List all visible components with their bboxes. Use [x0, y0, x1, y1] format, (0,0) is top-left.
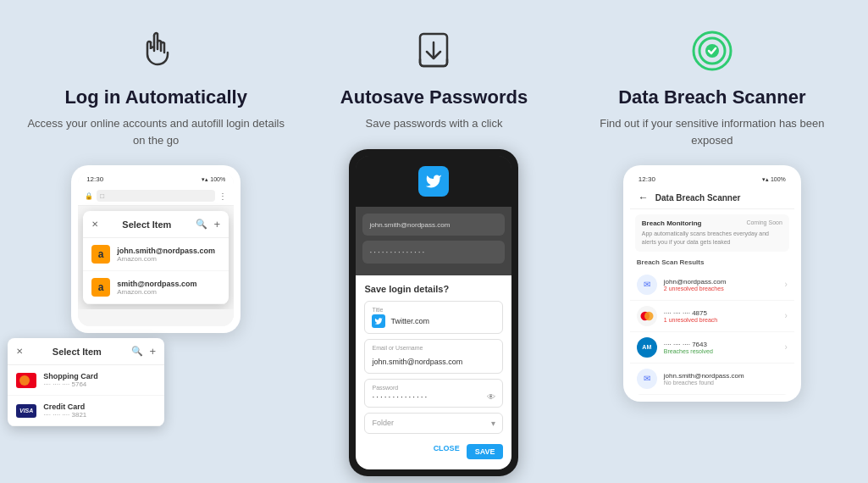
card-name-0: Shopping Card [43, 372, 98, 380]
breach-mon-title: Breach Monitoring [642, 219, 702, 227]
breach-item-0[interactable]: ✉ john@nordpass.com 2 unresolved breache… [630, 269, 794, 301]
login-icon [130, 25, 181, 76]
card-row-0[interactable]: Shopping Card ···· ···· ···· 5764 [8, 365, 164, 396]
feature-login: Log in Automatically Access your online … [25, 25, 287, 426]
add-icon[interactable]: + [214, 218, 221, 230]
email-login-field: john.smith@nordpass.com [362, 214, 505, 236]
save-password-field[interactable]: Password ·············· 👁 [364, 379, 503, 408]
password-value: ·············· [369, 247, 426, 257]
phone-screen-breach: 12:30 ▾▴ 100% ← Data Breach Scanner [630, 172, 794, 395]
breach-time: 12:30 [639, 175, 655, 183]
save-folder-label: Folder [372, 419, 394, 427]
breach-title: Data Breach Scanner [618, 86, 805, 108]
save-dialog-title: Save login details? [364, 284, 503, 294]
amex-icon-2: AM [637, 337, 657, 358]
mc-icon-1 [637, 306, 657, 326]
svg-point-5 [644, 311, 654, 320]
save-email-field[interactable]: Email or Username john.smith@nordpass.co… [364, 339, 503, 374]
close-button[interactable]: CLOSE [434, 444, 460, 459]
breach-status-icons: ▾▴ 100% [762, 175, 786, 183]
battery-icon: 100% [210, 176, 225, 182]
dropdown-icon[interactable]: ▾ [491, 419, 495, 428]
breach-monitoring-card: Breach Monitoring Coming Soon App automa… [635, 214, 789, 252]
select-item-header: ✕ Select Item 🔍 + [83, 211, 229, 238]
save-email-value: john.smith@nordpass.com [372, 358, 462, 366]
card-panel-title: Select Item [53, 347, 102, 357]
chevron-icon-1: › [784, 311, 787, 320]
screen-spacer [78, 309, 234, 326]
card-panel-actions: 🔍 + [131, 345, 157, 358]
url-text: □ [100, 192, 104, 200]
search-icon-2[interactable]: 🔍 [131, 346, 143, 357]
breach-mon-desc: App automatically scans breaches everyda… [642, 230, 782, 247]
close-x-icon[interactable]: ✕ [91, 219, 98, 229]
breach-item-info-0: john@nordpass.com 2 unresolved breaches [664, 278, 778, 291]
coming-soon-badge: Coming Soon [746, 219, 782, 227]
breach-desc: Find out if your sensitive information h… [581, 115, 843, 148]
save-password-label: Password [372, 385, 495, 391]
browser-bar: 🔒 □ ⋮ [78, 186, 234, 206]
lock-icon: 🔒 [85, 192, 93, 200]
save-title-field[interactable]: Title Twitter.com [364, 301, 503, 334]
status-bar: 12:30 ▾▴ 100% [78, 172, 234, 186]
autosave-title: Autosave Passwords [340, 86, 528, 108]
eye-icon[interactable]: 👁 [487, 392, 495, 402]
breach-item-1[interactable]: ···· ···· ···· 4875 1 unresolved breach … [630, 301, 794, 332]
phone-mockup-breach: 12:30 ▾▴ 100% ← Data Breach Scanner [623, 165, 801, 402]
amazon-icon-0: a [91, 245, 110, 264]
credential-row-1[interactable]: a smith@nordpass.com Amazon.com [83, 271, 229, 304]
breach-screen-title: Data Breach Scanner [655, 193, 741, 203]
cred-site-1: Amazon.com [117, 288, 196, 296]
breach-account-1: ···· ···· ···· 4875 [664, 309, 778, 317]
back-arrow-icon[interactable]: ← [639, 192, 649, 203]
twitter-app-header [356, 156, 511, 207]
amazon-icon-1: a [91, 278, 110, 297]
cred-info-1: smith@nordpass.com Amazon.com [117, 280, 196, 296]
phone-screen-login: 12:30 ▾▴ 100% 🔒 □ ⋮ [78, 172, 234, 326]
breach-item-info-3: john.smith@nordpass.com No breaches foun… [664, 372, 788, 386]
email-value: john.smith@nordpass.com [369, 221, 450, 229]
add-icon-2[interactable]: + [150, 345, 157, 358]
cred-email-1: smith@nordpass.com [117, 280, 196, 288]
autosave-icon [408, 25, 459, 76]
menu-icon[interactable]: ⋮ [218, 192, 227, 201]
breach-phone-area: 12:30 ▾▴ 100% ← Data Breach Scanner [581, 165, 843, 402]
mastercard-icon [16, 373, 36, 388]
cred-info-0: john.smith@nordpass.com Amazon.com [117, 247, 215, 263]
feature-breach: Data Breach Scanner Find out if your sen… [581, 25, 843, 402]
login-desc: Access your online accounts and autofill… [25, 115, 287, 148]
cred-email-0: john.smith@nordpass.com [117, 247, 215, 255]
select-item-panel-top: ✕ Select Item 🔍 + a john.smith@nordpass.… [83, 211, 229, 304]
chevron-icon-2: › [784, 342, 787, 352]
card-info-1: Credit Card ···· ···· ···· 3821 [43, 402, 86, 419]
select-item-title: Select Item [122, 219, 171, 230]
phone-mockup-autosave: john.smith@nordpass.com ·············· S… [349, 149, 518, 476]
credential-row-0[interactable]: a john.smith@nordpass.com Amazon.com [83, 238, 229, 271]
card-row-1[interactable]: VISA Credit Card ···· ···· ···· 3821 [8, 396, 164, 426]
card-name-1: Credit Card [43, 402, 86, 411]
breach-status-1: 1 unresolved breach [664, 317, 778, 323]
login-phone-area: 12:30 ▾▴ 100% 🔒 □ ⋮ [25, 165, 287, 426]
password-login-field: ·············· [362, 241, 505, 264]
breach-item-3[interactable]: ✉ john.smith@nordpass.com No breaches fo… [630, 364, 794, 395]
close-x-icon-2[interactable]: ✕ [16, 347, 23, 356]
phone-screen-autosave: john.smith@nordpass.com ·············· S… [356, 156, 511, 469]
card-number-1: ···· ···· ···· 3821 [43, 411, 86, 419]
breach-account-2: ···· ···· ···· 7643 [664, 341, 778, 348]
login-title: Log in Automatically [64, 86, 247, 108]
breach-status-3: No breaches found [664, 380, 788, 386]
select-item-actions: 🔍 + [196, 218, 221, 230]
browser-url[interactable]: □ [97, 190, 215, 202]
autosave-desc: Save passwords with a click [366, 115, 503, 132]
login-fields: john.smith@nordpass.com ·············· [356, 207, 511, 275]
breach-account-0: john@nordpass.com [664, 278, 778, 286]
save-password-value: ·············· [372, 392, 428, 402]
save-button[interactable]: SAVE [467, 444, 504, 459]
breach-item-2[interactable]: AM ···· ···· ···· 7643 Breaches resolved… [630, 332, 794, 364]
mail-icon-3: ✉ [637, 369, 657, 389]
breach-status-bar: 12:30 ▾▴ 100% [630, 172, 794, 186]
search-icon[interactable]: 🔍 [196, 219, 207, 230]
save-folder-field[interactable]: Folder ▾ [364, 413, 503, 434]
autosave-phone-area: john.smith@nordpass.com ·············· S… [302, 149, 565, 476]
cred-site-0: Amazon.com [117, 255, 215, 263]
